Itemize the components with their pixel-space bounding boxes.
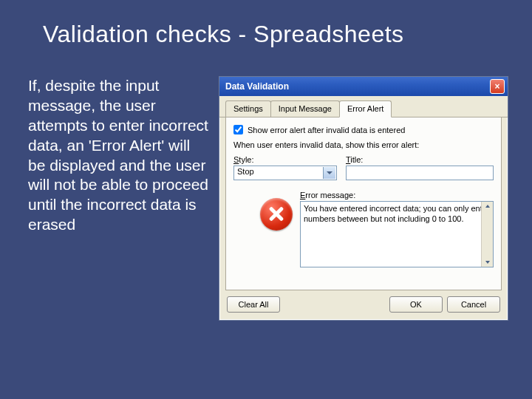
content-row: If, despite the input message, the user … — [0, 48, 532, 321]
dialog-titlebar: Data Validation × — [219, 77, 508, 96]
style-label: Style: — [233, 155, 337, 164]
close-icon: × — [494, 81, 499, 92]
slide-title: Validation checks - Spreadsheets — [0, 0, 532, 48]
title-label: Title: — [346, 155, 494, 164]
style-select[interactable]: Stop — [233, 166, 337, 180]
dialog-button-row: Clear All OK Cancel — [219, 296, 508, 320]
style-column: Style: Stop — [233, 155, 337, 180]
tabs-row: Settings Input Message Error Alert — [219, 96, 508, 117]
tab-input-message[interactable]: Input Message — [270, 100, 340, 117]
fields-row: Style: Stop Title: — [233, 155, 494, 180]
show-error-alert-checkbox[interactable] — [233, 125, 243, 134]
ok-button[interactable]: OK — [389, 296, 443, 313]
error-message-column: Error message: You have entered incorrec… — [300, 191, 494, 267]
tab-error-alert[interactable]: Error Alert — [339, 100, 392, 117]
close-button[interactable]: × — [490, 79, 505, 94]
dialog-title: Data Validation — [225, 81, 289, 92]
chevron-down-icon — [327, 171, 332, 174]
tab-body-error-alert: Show error alert after invalid data is e… — [225, 117, 502, 290]
tab-settings[interactable]: Settings — [225, 100, 271, 117]
cancel-button[interactable]: Cancel — [447, 296, 500, 313]
slide-body-text: If, despite the input message, the user … — [28, 76, 210, 321]
data-validation-dialog: Data Validation × Settings Input Message… — [219, 76, 508, 321]
error-icon — [260, 198, 293, 231]
show-error-alert-label: Show error alert after invalid data is e… — [248, 126, 405, 134]
title-column: Title: — [346, 155, 494, 180]
scrollbar[interactable] — [481, 202, 493, 267]
right-buttons: OK Cancel — [389, 296, 500, 313]
show-error-alert-checkbox-row[interactable]: Show error alert after invalid data is e… — [233, 125, 494, 134]
style-select-value: Stop — [237, 167, 254, 176]
sub-caption: When user enters invalid data, show this… — [233, 140, 494, 149]
clear-all-button[interactable]: Clear All — [227, 296, 280, 313]
error-message-textarea[interactable]: You have entered incorrect data; you can… — [300, 201, 494, 267]
message-row: Error message: You have entered incorrec… — [233, 191, 494, 267]
title-input[interactable] — [346, 166, 494, 180]
error-message-label: Error message: — [300, 191, 494, 200]
error-message-value: You have entered incorrect data; you can… — [304, 204, 490, 223]
